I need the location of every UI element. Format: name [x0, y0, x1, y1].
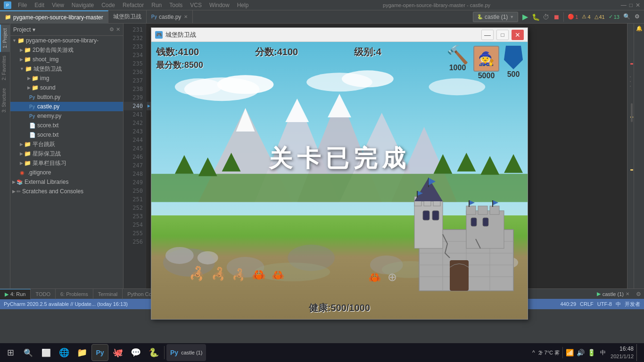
game-close-button[interactable]: ✕	[512, 30, 524, 40]
tree-item-enemy-py[interactable]: Py enemy.py	[10, 111, 123, 121]
tree-item-shoot-img[interactable]: ▶ 📁 shoot_img	[10, 55, 123, 64]
taskbar-pycharm[interactable]: Py	[91, 344, 108, 361]
run-button[interactable]: ▶	[520, 12, 530, 22]
ime-toggle[interactable]: 中	[598, 348, 608, 358]
menu-code[interactable]: Code	[98, 1, 119, 9]
menu-vcs[interactable]: VCS	[186, 1, 206, 9]
taskbar-edge[interactable]: 🌐	[56, 344, 73, 361]
tab-city-defense[interactable]: 城堡防卫战	[108, 10, 147, 24]
weather-indicator[interactable]: 🌫 7°C 雾	[538, 349, 560, 356]
shop-item-hammer[interactable]: 🔨 1000	[446, 46, 469, 72]
menu-navigate[interactable]: Navigate	[68, 1, 98, 9]
menu-refactor[interactable]: Refactor	[119, 1, 148, 9]
network-icon[interactable]: 📶	[566, 349, 574, 356]
svg-marker-15	[175, 155, 194, 174]
tree-item-castle-py[interactable]: Py castle.py	[10, 102, 123, 111]
tree-item-img[interactable]: ▶ 📁 img	[10, 74, 123, 83]
tree-item-2d-game[interactable]: ▶ 📁 2D射击闯关游戏	[10, 45, 123, 55]
start-button[interactable]: ⊞	[2, 344, 19, 361]
menu-help[interactable]: Help	[233, 1, 253, 9]
tab-run[interactable]: ▶ 4: Run	[0, 289, 31, 299]
debug-button[interactable]: 🐛	[530, 12, 541, 22]
volume-icon[interactable]: 🔊	[577, 349, 585, 356]
task-view-button[interactable]: ⬜	[38, 344, 55, 361]
menu-edit[interactable]: Edit	[31, 1, 48, 9]
taskbar-explorer[interactable]: 📁	[74, 344, 91, 361]
battery-icon[interactable]: 🔋	[587, 349, 595, 356]
run-config-label: castle (1)	[485, 14, 508, 20]
alert-count[interactable]: △41	[593, 14, 607, 20]
game-restore-button[interactable]: □	[496, 30, 509, 40]
panel-close-icon[interactable]: ✕	[116, 26, 120, 33]
close-button[interactable]: ✕	[636, 2, 640, 8]
bottom-settings-icon[interactable]: ⚙	[633, 291, 644, 297]
taskbar-running-app[interactable]: Py castle (1)	[166, 344, 206, 361]
search-button[interactable]: 🔍	[20, 344, 37, 361]
tree-item-button-py[interactable]: Py button.py	[10, 92, 123, 102]
stop-button[interactable]: ⏹	[551, 12, 561, 22]
hud-best-score: 最分数:8500	[156, 59, 203, 71]
tree-item-platform[interactable]: ▶ 📁 平台跳跃	[10, 140, 123, 149]
run-config-dropdown[interactable]: 🐍 castle (1) ▼	[473, 12, 518, 22]
tree-item-castle-defense[interactable]: ▼ 📁 城堡防卫战	[10, 64, 123, 74]
tab-problems[interactable]: 6: Problems	[56, 289, 93, 299]
error-count[interactable]: 🔴1	[566, 14, 580, 20]
notifications-icon[interactable]: 🔔	[636, 25, 643, 32]
svg-rect-54	[432, 211, 439, 220]
tab-terminal[interactable]: Terminal	[93, 289, 123, 299]
show-desktop-button[interactable]	[636, 344, 639, 361]
menu-window[interactable]: Window	[206, 1, 233, 9]
search-everywhere-icon[interactable]: 🔍	[623, 13, 631, 21]
menu-view[interactable]: View	[48, 1, 68, 9]
game-enemies-2: 🦀 ⊕	[368, 271, 397, 284]
tree-item-scratches[interactable]: ▶ ✏ Scratches and Consoles	[10, 187, 123, 196]
clock-display[interactable]: 16:48 2021/1/12	[611, 346, 634, 360]
tree-item-ext-libraries[interactable]: ▶ 📚 External Libraries	[10, 177, 123, 187]
tab-castle[interactable]: Py castle.py ✕	[147, 10, 193, 24]
tab-close-castle[interactable]: ✕	[184, 14, 188, 19]
game-titlebar[interactable]: 🎮 城堡防卫战 — □ ✕	[151, 28, 528, 42]
svg-rect-56	[483, 218, 488, 226]
game-canvas: 钱数:4100 最分数:8500 分数:4100 级别:4 🔨 1000 🧙	[151, 42, 528, 319]
game-minimize-button[interactable]: —	[481, 30, 494, 40]
taskbar-wechat[interactable]: 💬	[127, 344, 144, 361]
cursor-position: 440:29	[560, 301, 576, 307]
profile-button[interactable]: ⏱	[541, 12, 551, 22]
taskbar-git[interactable]: 🐙	[109, 344, 126, 361]
game-shop[interactable]: 🔨 1000 🧙 5000 500	[446, 46, 523, 80]
menu-file[interactable]: File	[14, 1, 31, 9]
svg-rect-48	[466, 211, 504, 248]
taskbar-python[interactable]: 🐍	[145, 344, 162, 361]
warning-count[interactable]: ⚠4	[580, 14, 592, 20]
system-tray[interactable]: ^	[532, 349, 535, 356]
minimize-button[interactable]: —	[621, 2, 627, 8]
sidebar-item-project[interactable]: 1: Project	[0, 25, 10, 52]
svg-marker-16	[198, 157, 217, 176]
sidebar-item-structure[interactable]: 3: Structure	[0, 84, 10, 116]
tab-todo[interactable]: TODO	[31, 289, 56, 299]
svg-rect-57	[417, 191, 418, 197]
ime-indicator[interactable]: 中	[616, 301, 621, 308]
maximize-button[interactable]: □	[629, 2, 633, 8]
game-hud: 钱数:4100 最分数:8500	[156, 46, 203, 71]
settings-icon[interactable]: ⚙	[635, 13, 642, 21]
tree-item-starguard[interactable]: ▶ 📁 星际保卫战	[10, 149, 123, 158]
tree-item-gitignore[interactable]: ◉ .gitignore	[10, 168, 123, 177]
shop-item-character[interactable]: 🧙 5000	[473, 46, 499, 80]
sidebar-item-favorites[interactable]: 2: Favorites	[0, 52, 10, 84]
ok-count[interactable]: ✓13	[607, 14, 621, 20]
tree-item-menu-practice[interactable]: ▶ 📁 菜单栏目练习	[10, 158, 123, 168]
svg-point-2	[175, 78, 222, 95]
menu-tools[interactable]: Tools	[165, 1, 186, 9]
tab-project[interactable]: 📁 pygame-open-source-library-master	[0, 10, 108, 24]
menu-run[interactable]: Run	[148, 1, 165, 9]
tree-root[interactable]: ▼ 📁 pygame-open-source-library-	[10, 36, 123, 45]
run-tab-close[interactable]: ✕	[626, 291, 629, 296]
tree-item-score-txt[interactable]: 📄 score.txt	[10, 121, 123, 130]
panel-settings-icon[interactable]: ⚙	[109, 26, 114, 33]
app-icon: P	[4, 1, 11, 9]
tree-item-socre-txt[interactable]: 📄 socre.txt	[10, 130, 123, 140]
tree-item-sound[interactable]: ▶ 📁 sound	[10, 83, 123, 92]
scroll-position-thumb[interactable]	[631, 103, 633, 122]
shop-item-shield[interactable]: 500	[504, 46, 523, 79]
